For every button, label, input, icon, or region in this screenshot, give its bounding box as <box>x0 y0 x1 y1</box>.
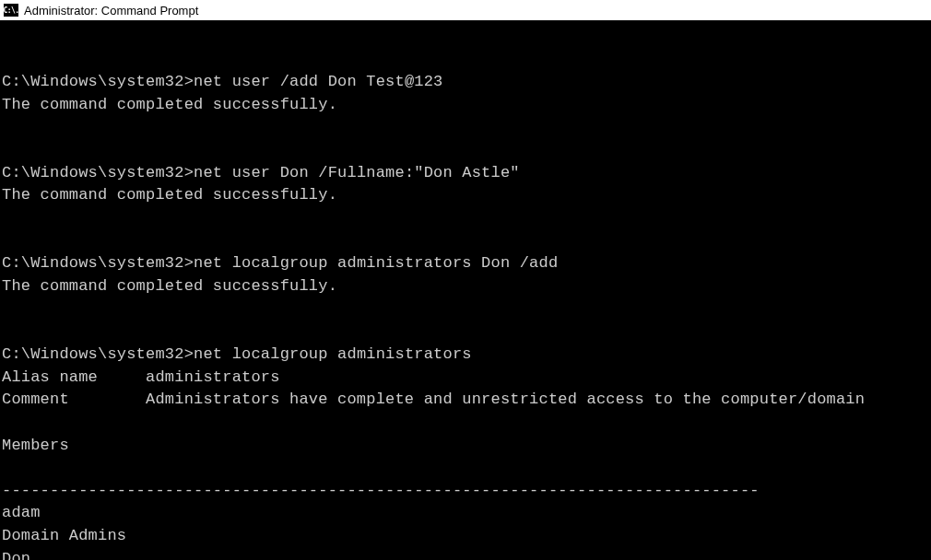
command-text: net localgroup administrators Don /add <box>194 254 558 272</box>
output-text: Alias name administrators Comment Admini… <box>2 368 865 560</box>
prompt: C:\Windows\system32> <box>2 254 194 272</box>
command-text: net user /add Don Test@123 <box>194 73 442 90</box>
prompt: C:\Windows\system32> <box>2 164 194 181</box>
command-text: net user Don /Fullname:"Don Astle" <box>194 164 520 181</box>
window-title: Administrator: Command Prompt <box>24 4 198 18</box>
output-text: The command completed successfully. <box>2 277 337 295</box>
window-titlebar[interactable]: C:\. Administrator: Command Prompt <box>0 0 931 20</box>
output-text: The command completed successfully. <box>2 186 337 204</box>
command-text: net localgroup administrators <box>194 345 472 363</box>
prompt: C:\Windows\system32> <box>2 345 194 363</box>
prompt: C:\Windows\system32> <box>2 73 194 90</box>
output-text: The command completed successfully. <box>2 96 337 113</box>
terminal-output[interactable]: C:\Windows\system32>net user /add Don Te… <box>0 20 931 560</box>
cmd-icon: C:\. <box>4 4 18 17</box>
